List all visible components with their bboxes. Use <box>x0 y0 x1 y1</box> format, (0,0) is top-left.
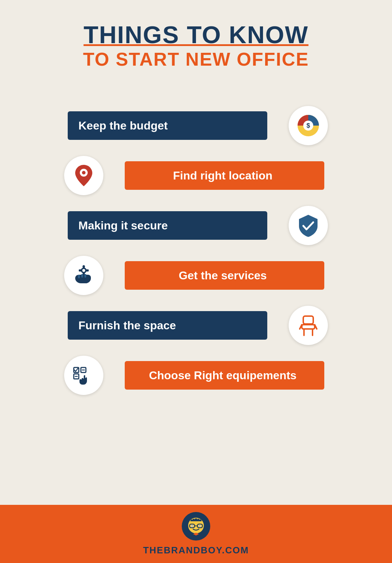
icon-circle-budget: $ <box>289 106 328 145</box>
svg-rect-15 <box>84 274 86 278</box>
brand-logo-icon <box>185 516 207 537</box>
svg-text:$: $ <box>306 122 310 129</box>
svg-rect-13 <box>78 275 80 278</box>
svg-point-6 <box>82 269 85 272</box>
item-location: Find right location <box>50 152 342 199</box>
label-budget: Keep the budget <box>78 119 168 132</box>
svg-rect-16 <box>303 316 313 324</box>
item-furnish: Furnish the space <box>50 302 342 349</box>
icon-circle-furnish <box>289 306 328 345</box>
label-services: Get the services <box>179 269 267 282</box>
svg-rect-14 <box>81 274 83 278</box>
svg-rect-10 <box>86 269 89 272</box>
svg-point-33 <box>192 526 193 527</box>
sub-title: TO START NEW OFFICE <box>0 48 392 70</box>
bar-services: Get the services <box>125 261 324 290</box>
items-container: Keep the budget $ <box>50 102 342 402</box>
label-location: Find right location <box>173 169 272 182</box>
icon-circle-secure <box>289 206 328 245</box>
label-furnish: Furnish the space <box>78 319 176 332</box>
main-title: THINGS TO KNOW <box>0 21 392 48</box>
bar-equipment: Choose Right equipements <box>125 361 324 390</box>
secure-icon <box>295 213 321 238</box>
item-equipment: Choose Right equipements <box>50 352 342 399</box>
item-services: Get the services <box>50 252 342 299</box>
footer-logo <box>182 512 210 541</box>
svg-point-34 <box>200 526 201 527</box>
location-icon <box>71 163 97 188</box>
label-secure: Making it secure <box>78 219 168 232</box>
icon-circle-equipment <box>64 356 103 395</box>
furnish-icon <box>295 313 321 338</box>
bar-budget: Keep the budget <box>68 111 267 140</box>
bar-location: Find right location <box>125 161 324 190</box>
svg-rect-9 <box>79 269 82 272</box>
page-wrapper: THINGS TO KNOW TO START NEW OFFICE Keep … <box>0 0 392 563</box>
bar-furnish: Furnish the space <box>68 311 267 340</box>
services-icon <box>71 263 97 288</box>
label-equipment: Choose Right equipements <box>149 369 296 382</box>
item-secure: Making it secure <box>50 202 342 249</box>
icon-circle-services <box>64 256 103 295</box>
footer-brand-text: THEBRANDBOY.COM <box>143 545 249 556</box>
footer: THEBRANDBOY.COM <box>0 505 392 563</box>
budget-icon: $ <box>295 113 321 138</box>
bar-secure: Making it secure <box>68 211 267 240</box>
icon-circle-location <box>64 156 103 195</box>
equipment-icon <box>71 362 97 388</box>
item-budget: Keep the budget $ <box>50 102 342 149</box>
svg-point-4 <box>82 171 86 174</box>
header: THINGS TO KNOW TO START NEW OFFICE <box>0 0 392 85</box>
